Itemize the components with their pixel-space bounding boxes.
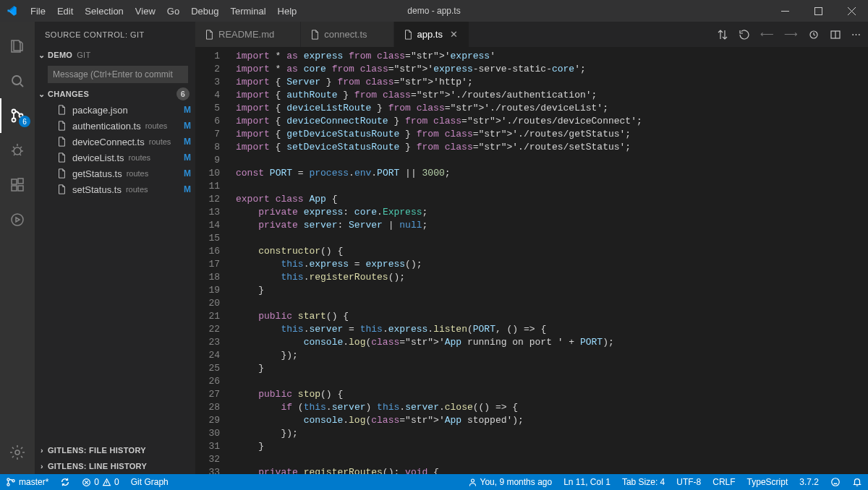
file-name: setStatus.ts [72, 184, 122, 195]
status-lncol[interactable]: Ln 11, Col 1 [558, 477, 616, 487]
file-dir: routes [145, 121, 168, 130]
menu-selection[interactable]: Selection [79, 3, 129, 20]
changes-list: package.jsonMauthentication.tsroutesMdev… [35, 102, 195, 197]
repo-name: DEMO [48, 51, 72, 59]
file-dir: routes [127, 169, 149, 178]
scm-header: SOURCE CONTROL: GIT [35, 22, 195, 47]
activity-settings[interactable] [0, 435, 35, 470]
svg-point-3 [12, 110, 16, 113]
close-button[interactable] [835, 0, 868, 22]
code-content[interactable]: import * as express from class="str">'ex… [230, 47, 868, 474]
next-change-icon[interactable]: ⟶ [784, 29, 798, 40]
activity-bar: 6 [0, 22, 35, 474]
file-name: package.json [72, 105, 128, 116]
status-blame[interactable]: You, 9 months ago [462, 477, 558, 487]
tab-label: README.md [218, 29, 274, 40]
status-gitgraph[interactable]: Git Graph [125, 474, 174, 490]
maximize-button[interactable] [801, 0, 835, 22]
status-bell[interactable] [846, 477, 868, 487]
file-name: deviceList.ts [72, 152, 124, 163]
svg-point-2 [12, 76, 21, 85]
svg-point-4 [12, 119, 16, 122]
gitlens-file-history[interactable]: › GITLENS: FILE HISTORY [35, 442, 195, 458]
commit-message-input[interactable] [48, 66, 188, 83]
svg-rect-0 [781, 11, 789, 12]
file-icon [56, 137, 68, 147]
sidebar: SOURCE CONTROL: GIT ⌄ DEMO GIT ⌄ CHANGES… [35, 22, 195, 474]
gitlens-line-label: GITLENS: LINE HISTORY [48, 462, 147, 470]
changes-label: CHANGES [48, 90, 89, 98]
tab-README-md[interactable]: README.md✕ [195, 22, 301, 47]
file-dir: routes [129, 153, 151, 162]
prev-change-icon[interactable]: ⟵ [760, 29, 774, 40]
menu-go[interactable]: Go [161, 3, 185, 20]
activity-search[interactable] [0, 64, 35, 98]
svg-point-19 [471, 479, 474, 482]
close-icon[interactable]: ✕ [450, 29, 460, 40]
tab-label: app.ts [417, 29, 443, 40]
status-branch[interactable]: master* [0, 474, 54, 490]
tab-app-ts[interactable]: app.ts✕ [394, 22, 469, 47]
compare-icon[interactable] [717, 29, 728, 40]
status-eol[interactable]: CRLF [707, 477, 741, 487]
file-icon [56, 184, 68, 194]
status-feedback[interactable] [825, 477, 846, 487]
svg-point-15 [7, 478, 9, 481]
open-file-icon[interactable] [808, 29, 820, 40]
svg-point-20 [832, 478, 840, 486]
status-ts-version[interactable]: 3.7.2 [793, 477, 825, 487]
tab-connect-ts[interactable]: connect.ts✕ [301, 22, 393, 47]
changed-file[interactable]: package.jsonM [35, 102, 195, 118]
changed-file[interactable]: setStatus.tsroutesM [35, 181, 195, 197]
activity-debug[interactable] [0, 133, 35, 168]
repo-header[interactable]: ⌄ DEMO GIT [35, 47, 195, 63]
file-status: M [184, 137, 191, 147]
scm-badge: 6 [19, 116, 30, 127]
status-sync[interactable] [54, 474, 76, 490]
menu-help[interactable]: Help [272, 3, 303, 20]
editor-group: README.md✕connect.ts✕app.ts✕ ⟵ ⟶ ⋯ 12345… [195, 22, 868, 474]
commit-message-wrapper [48, 66, 188, 83]
menu-debug[interactable]: Debug [185, 3, 224, 20]
file-dir: routes [149, 137, 171, 146]
more-actions-icon[interactable]: ⋯ [851, 29, 861, 40]
chevron-down-icon: ⌄ [36, 90, 48, 99]
menu-view[interactable]: View [129, 3, 161, 20]
svg-rect-10 [18, 179, 23, 184]
file-dir: routes [126, 185, 148, 194]
status-language[interactable]: TypeScript [741, 477, 794, 487]
status-encoding[interactable]: UTF-8 [671, 477, 707, 487]
menu-edit[interactable]: Edit [51, 3, 79, 20]
activity-liveshare[interactable] [0, 202, 35, 237]
activity-explorer[interactable] [0, 29, 35, 64]
menu-terminal[interactable]: Terminal [224, 3, 271, 20]
code-area[interactable]: 1234567891011121314151617181920212223242… [195, 47, 868, 474]
file-icon [403, 30, 413, 40]
editor-actions: ⟵ ⟶ ⋯ [710, 22, 868, 47]
changed-file[interactable]: deviceConnect.tsroutesM [35, 134, 195, 150]
discard-icon[interactable] [739, 29, 750, 40]
gitlens-line-history[interactable]: › GITLENS: LINE HISTORY [35, 458, 195, 474]
changes-header[interactable]: ⌄ CHANGES 6 [35, 86, 195, 102]
changed-file[interactable]: authentication.tsroutesM [35, 118, 195, 134]
tab-label: connect.ts [324, 29, 367, 40]
window-controls [768, 0, 868, 22]
activity-extensions[interactable] [0, 168, 35, 202]
split-editor-icon[interactable] [830, 29, 841, 40]
gitlens-file-label: GITLENS: FILE HISTORY [48, 446, 146, 455]
status-tabsize[interactable]: Tab Size: 4 [616, 477, 671, 487]
activity-scm[interactable]: 6 [0, 98, 35, 133]
changed-file[interactable]: deviceList.tsroutesM [35, 150, 195, 166]
window-title: demo - app.ts [407, 6, 460, 16]
svg-point-12 [15, 450, 20, 455]
file-status: M [184, 168, 191, 179]
file-name: getStatus.ts [72, 168, 122, 179]
file-icon [204, 30, 214, 40]
status-bar: master* 0 0 Git Graph You, 9 months ago … [0, 474, 868, 490]
repo-provider: GIT [77, 51, 90, 59]
svg-rect-8 [12, 186, 17, 191]
status-problems[interactable]: 0 0 [76, 474, 124, 490]
changed-file[interactable]: getStatus.tsroutesM [35, 166, 195, 181]
minimize-button[interactable] [768, 0, 801, 22]
menu-file[interactable]: File [25, 3, 51, 20]
